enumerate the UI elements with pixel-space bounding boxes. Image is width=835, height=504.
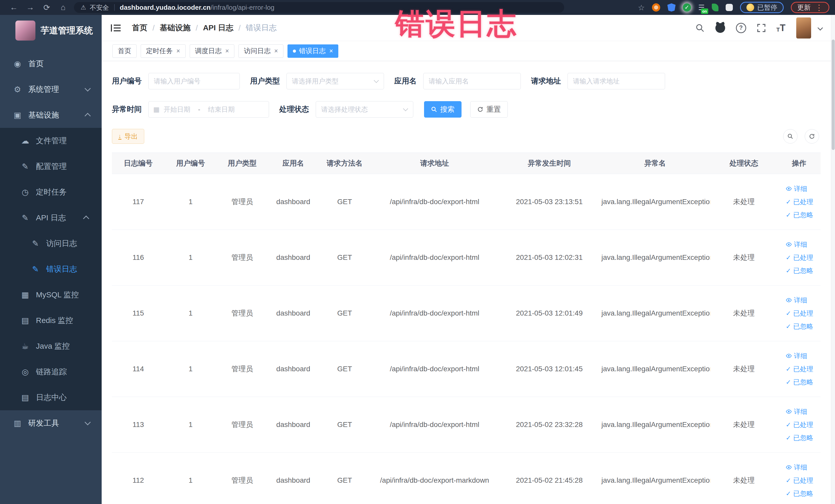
cell-app-name: dashboard — [268, 174, 319, 230]
mark-processed-link[interactable]: ✓ 已处理 — [786, 309, 813, 318]
sidebar-item-system-management[interactable]: ⚙系统管理 — [0, 77, 102, 102]
cell-exception-name: java.lang.IllegalArgumentException — [600, 174, 710, 230]
page-scrollbar-thumb[interactable] — [832, 40, 835, 150]
detail-link[interactable]: 详细 — [786, 351, 807, 361]
sidebar-item-dev-tools[interactable]: ▥研发工具 — [0, 410, 102, 436]
tab-schedule-log[interactable]: 调度日志× — [190, 44, 235, 58]
extension-shield-icon[interactable] — [667, 3, 676, 12]
detail-link[interactable]: 详细 — [786, 407, 807, 416]
bookmark-star-icon[interactable]: ☆ — [638, 3, 645, 12]
tab-error-log[interactable]: 错误日志× — [287, 44, 339, 58]
update-button[interactable]: 更新⋮ — [791, 2, 829, 13]
browser-forward-icon[interactable]: → — [22, 3, 39, 12]
mark-ignored-link[interactable]: ✓ 已忽略 — [786, 378, 813, 387]
mark-ignored-link[interactable]: ✓ 已忽略 — [786, 489, 813, 498]
extension-leaf-icon[interactable] — [712, 4, 718, 11]
breadcrumb-infrastructure[interactable]: 基础设施 — [160, 23, 190, 33]
security-warning-icon[interactable]: ⚠ — [81, 4, 86, 11]
user-id-input[interactable] — [148, 73, 240, 89]
sidebar-item-scheduled-tasks[interactable]: ◷定时任务 — [0, 179, 102, 205]
mark-processed-link[interactable]: ✓ 已处理 — [786, 476, 813, 485]
browser-home-icon[interactable]: ⌂ — [55, 3, 72, 12]
help-icon[interactable]: ? — [736, 23, 746, 33]
breadcrumb-separator: / — [239, 24, 241, 32]
sidebar-item-mysql-monitor[interactable]: ▦MySQL 监控 — [0, 282, 102, 308]
mark-processed-label: 已处理 — [793, 476, 813, 485]
sidebar-item-trace[interactable]: ◎链路追踪 — [0, 359, 102, 385]
fullscreen-icon[interactable] — [757, 24, 766, 32]
close-icon[interactable]: × — [176, 47, 180, 55]
refresh-button[interactable] — [805, 129, 819, 143]
sidebar-item-redis-monitor[interactable]: ▤Redis 监控 — [0, 308, 102, 333]
process-status-select[interactable]: 请选择处理状态 — [316, 101, 413, 118]
cell-exception-time: 2021-05-02 23:32:28 — [499, 397, 600, 452]
cell-process-status: 未处理 — [710, 452, 777, 504]
app-title: 芋道管理系统 — [41, 25, 93, 37]
tab-scheduled-tasks[interactable]: 定时任务× — [141, 44, 186, 58]
extension-check-icon[interactable]: ✓ — [683, 3, 691, 12]
detail-link[interactable]: 详细 — [786, 184, 807, 193]
detail-link[interactable]: 详细 — [786, 463, 807, 472]
github-icon[interactable] — [715, 23, 725, 33]
search-button[interactable]: 搜索 — [424, 101, 462, 118]
export-button[interactable]: ↓ 导出 — [112, 129, 144, 144]
mark-processed-link[interactable]: ✓ 已处理 — [786, 365, 813, 374]
search-icon[interactable] — [695, 23, 705, 33]
col-user-type: 用户类型 — [217, 153, 268, 174]
browser-back-icon[interactable]: ← — [6, 3, 22, 12]
cell-exception-name: java.lang.IllegalArgumentException — [600, 397, 710, 452]
breadcrumb-api-log[interactable]: API 日志 — [203, 23, 233, 33]
request-url-input[interactable] — [568, 73, 665, 89]
user-avatar[interactable] — [796, 18, 811, 39]
cell-exception-name: java.lang.IllegalArgumentException — [600, 230, 710, 285]
gear-icon: ⚙ — [12, 85, 23, 94]
cell-request-method: GET — [319, 341, 370, 397]
sidebar-item-file-management[interactable]: ☁文件管理 — [0, 128, 102, 154]
close-icon[interactable]: × — [274, 47, 278, 55]
user-type-select[interactable]: 请选择用户类型 — [286, 73, 384, 89]
close-icon[interactable]: × — [329, 47, 333, 55]
tab-access-log[interactable]: 访问日志× — [239, 44, 283, 58]
avatar-dropdown-caret-icon[interactable] — [817, 25, 823, 31]
mark-ignored-link[interactable]: ✓ 已忽略 — [786, 210, 813, 220]
extensions-puzzle-icon[interactable] — [726, 4, 733, 11]
sidebar-item-access-log[interactable]: ✎访问日志 — [0, 230, 102, 256]
cell-process-status: 未处理 — [710, 341, 777, 397]
sidebar-item-log-center[interactable]: ▤日志中心 — [0, 385, 102, 410]
mark-processed-link[interactable]: ✓ 已处理 — [786, 198, 813, 206]
mark-ignored-link[interactable]: ✓ 已忽略 — [786, 322, 813, 331]
detail-link[interactable]: 详细 — [786, 296, 807, 305]
exception-time-range-picker[interactable]: ▦ 开始日期 - 结束日期 — [148, 101, 269, 118]
browser-reload-icon[interactable]: ⟳ — [39, 3, 55, 12]
sidebar-item-home[interactable]: ◉首页 — [0, 51, 102, 77]
cell-user-id: 1 — [165, 174, 217, 230]
sidebar-item-config-management[interactable]: ✎配置管理 — [0, 154, 102, 179]
breadcrumb-home[interactable]: 首页 — [132, 23, 147, 33]
browser-actions: ☆ ✓ ☰on 已暂停 更新⋮ — [638, 2, 829, 13]
browser-menu-icon[interactable]: ⋮ — [815, 3, 823, 12]
mark-ignored-link[interactable]: ✓ 已忽略 — [786, 266, 813, 275]
font-size-icon[interactable]: TT — [776, 23, 786, 33]
mark-processed-link[interactable]: ✓ 已处理 — [786, 420, 813, 429]
sidebar-item-java-monitor[interactable]: ☕Java 监控 — [0, 333, 102, 359]
extension-target-icon[interactable] — [652, 3, 660, 12]
sidebar-item-api-log[interactable]: ✎API 日志 — [0, 205, 102, 230]
toggle-search-button[interactable] — [783, 129, 797, 143]
row-actions: 详细 ✓ 已处理 ✓ 已忽略 — [779, 407, 819, 442]
paused-badge[interactable]: 已暂停 — [740, 2, 784, 13]
sidebar-item-error-log[interactable]: ✎错误日志 — [0, 256, 102, 282]
tab-home[interactable]: 首页 — [113, 44, 137, 58]
sidebar-item-infrastructure[interactable]: ▣基础设施 — [0, 102, 102, 128]
sidebar-menu: ◉首页 ⚙系统管理 ▣基础设施 ☁文件管理 ✎配置管理 ◷定时任务 ✎API 日… — [0, 51, 102, 436]
mark-processed-link[interactable]: ✓ 已处理 — [786, 253, 813, 262]
cell-actions: 详细 ✓ 已处理 ✓ 已忽略 — [777, 452, 821, 504]
sidebar-fold-icon[interactable] — [111, 24, 121, 32]
extension-switch-icon[interactable]: ☰on — [698, 3, 705, 12]
detail-link[interactable]: 详细 — [786, 240, 807, 249]
col-request-method: 请求方法名 — [319, 153, 370, 174]
close-icon[interactable]: × — [225, 47, 229, 55]
app-name-input[interactable] — [423, 73, 521, 89]
mark-ignored-link[interactable]: ✓ 已忽略 — [786, 434, 813, 442]
reset-button[interactable]: 重置 — [470, 101, 508, 118]
sidebar-item-label: API 日志 — [36, 213, 66, 223]
